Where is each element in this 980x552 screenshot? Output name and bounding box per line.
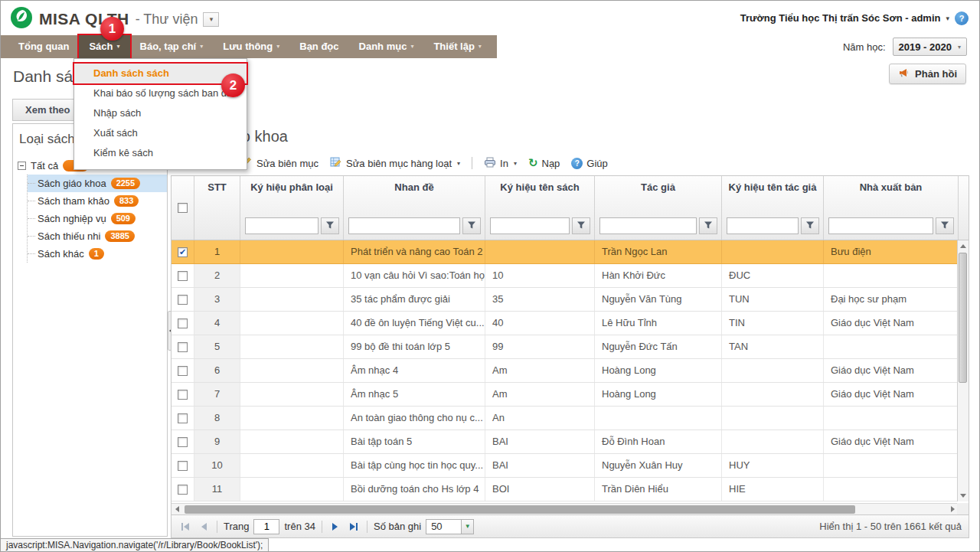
filter-funnel-button[interactable]: [572, 217, 590, 234]
cell-tac_gia: Đỗ Đình Hoan: [595, 430, 722, 453]
row-checkbox-cell: [172, 335, 194, 358]
cell-ten_sach: 40: [485, 312, 595, 335]
row-checkbox-cell: [172, 264, 194, 287]
menu-item[interactable]: Kiểm kê sách: [74, 143, 247, 163]
table-row[interactable]: 9Bài tập toán 5BAIĐỗ Đình HoanGiáo dục V…: [172, 430, 959, 454]
row-checkbox[interactable]: [178, 413, 188, 423]
nav-item-danh-m-c[interactable]: Danh mục▾: [349, 35, 424, 58]
row-checkbox-cell: [172, 430, 194, 453]
filter-input-tac_gia[interactable]: [599, 217, 697, 234]
table-row[interactable]: 210 vạn câu hỏi Vì sao:Toán học10Hàn Khở…: [172, 264, 959, 288]
horizontal-scrollbar[interactable]: [172, 503, 959, 514]
row-checkbox[interactable]: ✔: [178, 247, 188, 257]
row-checkbox[interactable]: [178, 318, 188, 328]
table-row[interactable]: 7Âm nhạc 5AmHoàng LongGiáo dục Việt Nam: [172, 383, 959, 407]
nav-item-b-n-c[interactable]: Bạn đọc: [289, 35, 348, 58]
user-account[interactable]: Trường Tiểu học Thị trấn Sóc Sơn - admin: [740, 12, 941, 24]
scroll-up-button[interactable]: [958, 240, 969, 252]
menu-item[interactable]: Nhập sách: [74, 103, 247, 123]
filter-input-phan_loai[interactable]: [245, 217, 318, 234]
results-summary: Hiển thị 1 - 50 trên 1661 kết quả: [819, 521, 962, 532]
vertical-scroll-thumb[interactable]: [959, 253, 967, 383]
school-year-select[interactable]: 2019 - 2020 ▾: [893, 38, 967, 56]
toolbar-button-label: Sửa biên mục hàng loạt: [346, 158, 452, 169]
select-all-checkbox[interactable]: [178, 203, 188, 213]
user-caret-icon[interactable]: ▾: [946, 15, 949, 22]
table-row[interactable]: ✔1Phát triển và nâng cao Toán 2Trần Ngọc…: [172, 240, 959, 264]
funnel-icon: [577, 219, 586, 233]
cell-ten_tac_gia: ĐUC: [722, 264, 824, 287]
toolbar-button-label: Nạp: [542, 158, 560, 169]
tree-node[interactable]: Sách khác1: [28, 245, 167, 263]
nav-item-s-ch[interactable]: Sách▾: [79, 35, 129, 58]
toolbar-button-s-a-bi-n-m-c[interactable]: Sửa biên mục: [241, 156, 318, 170]
menu-item[interactable]: Danh sách sách: [74, 64, 247, 83]
filter-funnel-button[interactable]: [321, 217, 339, 234]
filter-input-ten_sach[interactable]: [490, 217, 570, 234]
nav-item-t-ng-quan[interactable]: Tổng quan: [8, 35, 79, 58]
nav-item-thi-t-l-p[interactable]: Thiết lập▾: [423, 35, 491, 58]
nav-item-label: Tổng quan: [18, 41, 69, 52]
vertical-scrollbar[interactable]: [957, 240, 969, 501]
scroll-left-button[interactable]: [172, 504, 183, 514]
toolbar-button-s-a-bi-n-m-c-h-ng-lo-t[interactable]: Sửa biên mục hàng loạt▾: [330, 156, 460, 170]
arrow-down-icon: [960, 494, 966, 498]
filter-input-ten_tac_gia[interactable]: [727, 217, 799, 234]
cell-nhan_de: Âm nhạc 5: [344, 383, 485, 406]
toolbar-button-n-p[interactable]: ↻Nạp: [528, 158, 560, 169]
feedback-button[interactable]: Phản hồi: [889, 64, 966, 84]
help-icon[interactable]: ?: [955, 11, 969, 25]
row-checkbox[interactable]: [178, 390, 188, 400]
table-row[interactable]: 8An toàn giao thông cho nụ c...An: [172, 407, 959, 430]
nav-item-l-u-th-ng[interactable]: Lưu thông▾: [213, 35, 289, 58]
horizontal-scroll-thumb[interactable]: [185, 505, 855, 514]
tree-collapse-icon[interactable]: [18, 162, 26, 170]
module-dropdown-button[interactable]: ▾: [203, 12, 219, 27]
menu-item[interactable]: Xuất sách: [74, 123, 247, 143]
row-checkbox[interactable]: [178, 461, 188, 471]
next-page-button[interactable]: [328, 519, 342, 534]
toolbar-button-in[interactable]: In▾: [484, 157, 517, 170]
table-row[interactable]: 11Bồi dưỡng toán cho Hs lớp 4BOITrần Diê…: [172, 478, 959, 501]
row-checkbox[interactable]: [178, 295, 188, 305]
tree-node[interactable]: Sách nghiệp vụ509: [28, 210, 167, 227]
table-row[interactable]: 599 bộ đề thi toán lớp 599Nguyễn Đức Tấn…: [172, 335, 959, 359]
first-page-button[interactable]: [178, 519, 192, 534]
table-row[interactable]: 6Âm nhạc 4AmHoàng LongGiáo dục Việt Nam: [172, 359, 959, 383]
cell-ten_tac_gia: [722, 407, 824, 430]
filter-input-nhan_de[interactable]: [348, 217, 460, 234]
column-header-label: Ký hiệu phân loại: [240, 176, 343, 193]
table-row[interactable]: 335 tác phẩm được giải35Nguyễn Văn TùngT…: [172, 288, 959, 312]
filter-input-nxb[interactable]: [828, 217, 933, 234]
table-row[interactable]: 10Bài tập cùng học tin học quy...BAINguy…: [172, 454, 959, 478]
last-page-button[interactable]: [347, 519, 361, 534]
status-bar-link-text: javascript:MISA.Navigation.navigate('/r/…: [1, 538, 269, 552]
table-row[interactable]: 440 đề ôn luyện Tiếng Việt cu...40Lê Hữu…: [172, 312, 959, 335]
tree-node[interactable]: Sách giáo khoa2255: [28, 175, 167, 192]
tree-node[interactable]: Sách tham khảo833: [28, 192, 167, 210]
arrow-up-icon: [960, 244, 966, 248]
filter-funnel-button[interactable]: [462, 217, 481, 234]
prev-page-button[interactable]: [197, 519, 211, 534]
cell-ten_sach: BAI: [485, 430, 595, 453]
funnel-icon: [940, 219, 949, 233]
row-checkbox[interactable]: [178, 366, 188, 376]
toolbar-button-gi-p[interactable]: ?Giúp: [571, 158, 607, 169]
page-number-input[interactable]: [253, 519, 279, 534]
nav-item-b-o-t-p-ch-[interactable]: Báo, tạp chí▾: [130, 35, 214, 58]
filter-funnel-button[interactable]: [936, 217, 954, 234]
scroll-down-button[interactable]: [958, 490, 969, 501]
row-checkbox[interactable]: [178, 437, 188, 447]
records-per-page-select[interactable]: 50 ▼: [426, 519, 474, 534]
school-year-label: Năm học:: [843, 41, 886, 53]
chevron-down-icon: ▾: [958, 44, 961, 51]
nav-item-label: Lưu thông: [223, 41, 273, 52]
row-checkbox[interactable]: [178, 342, 188, 352]
filter-funnel-button[interactable]: [699, 217, 717, 234]
row-checkbox[interactable]: [178, 485, 188, 495]
tree-node-label: Sách giáo khoa: [38, 178, 106, 189]
row-checkbox[interactable]: [178, 271, 188, 281]
cell-nxb: [824, 335, 959, 358]
filter-funnel-button[interactable]: [801, 217, 819, 234]
tree-node[interactable]: Sách thiếu nhi3885: [28, 227, 167, 245]
